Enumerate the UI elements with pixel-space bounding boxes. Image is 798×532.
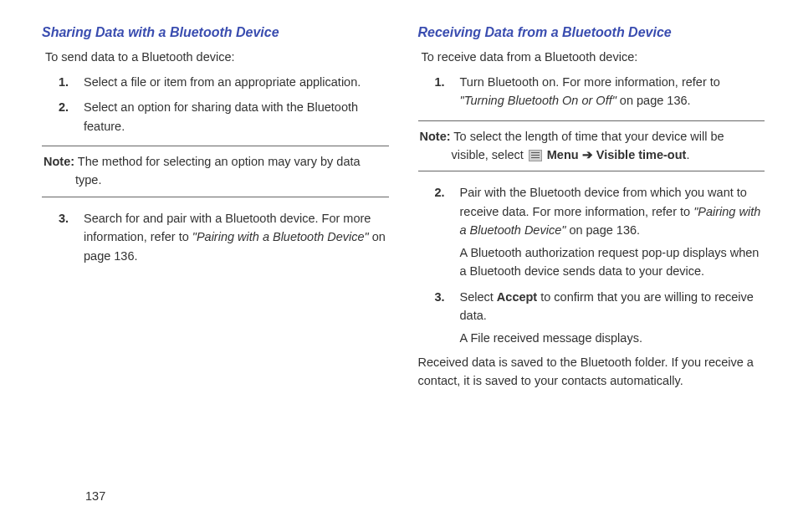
note-block: Note: The method for selecting an option…: [42, 146, 389, 197]
note-body: The method for selecting an option may v…: [74, 155, 360, 187]
page-number: 137: [85, 489, 105, 503]
step-text: on page 136.: [616, 94, 691, 107]
left-column: Sharing Data with a Bluetooth Device To …: [42, 25, 389, 391]
step-list-receiving: Turn Bluetooth on. For more information,…: [418, 73, 765, 110]
step-text: on page 136.: [565, 223, 640, 237]
note-label: Note:: [43, 155, 74, 168]
step-sub-text: A Bluetooth authorization request pop-up…: [460, 243, 765, 281]
menu-icon: [529, 150, 542, 161]
closing-text: Received data is saved to the Bluetooth …: [418, 354, 765, 391]
right-column: Receiving Data from a Bluetooth Device T…: [418, 25, 765, 391]
reference-link: "Turning Bluetooth On or Off": [460, 94, 616, 107]
step-item: Select an option for sharing data with t…: [42, 98, 389, 136]
reference-link: "Pairing with a Bluetooth Device": [192, 230, 369, 243]
section-heading-receiving: Receiving Data from a Bluetooth Device: [418, 25, 765, 40]
arrow-icon: ➔: [582, 148, 593, 161]
visible-timeout-label: Visible time-out: [593, 148, 687, 161]
step-item: Pair with the Bluetooth device from whic…: [418, 183, 765, 280]
step-item: Turn Bluetooth on. For more information,…: [418, 73, 765, 110]
note-label: Note:: [420, 130, 451, 143]
step-text: Select: [460, 290, 497, 304]
step-item: Select a file or item from an appropriat…: [42, 73, 389, 91]
section-heading-sharing: Sharing Data with a Bluetooth Device: [42, 25, 389, 40]
intro-text: To receive data from a Bluetooth device:: [422, 49, 765, 66]
intro-text: To send data to a Bluetooth device:: [45, 49, 389, 66]
step-item: Select Accept to confirm that you are wi…: [418, 288, 765, 347]
step-sub-text: A File received message displays.: [460, 329, 765, 347]
period: .: [686, 148, 689, 161]
accept-label: Accept: [497, 290, 537, 304]
step-text: Turn Bluetooth on. For more information,…: [460, 75, 720, 89]
menu-label: Menu: [544, 148, 582, 161]
step-list-receiving-cont: Pair with the Bluetooth device from whic…: [418, 183, 765, 347]
step-item: Search for and pair with a Bluetooth dev…: [42, 209, 389, 265]
note-block: Note: To select the length of time that …: [418, 120, 765, 172]
step-list-sharing: Select a file or item from an appropriat…: [42, 73, 389, 136]
step-list-sharing-cont: Search for and pair with a Bluetooth dev…: [42, 209, 389, 265]
